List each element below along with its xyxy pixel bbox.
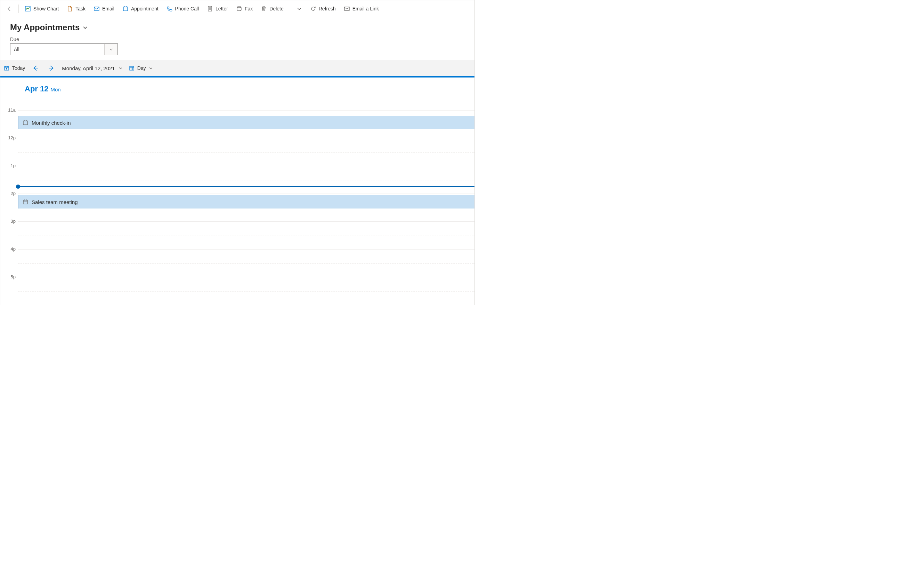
current-date-label: Monday, April 12, 2021 xyxy=(62,65,115,71)
today-icon xyxy=(4,65,9,71)
show-chart-label: Show Chart xyxy=(33,6,59,11)
calendar-event[interactable]: Monthly check-in xyxy=(18,116,474,129)
fax-label: Fax xyxy=(245,6,253,11)
svg-rect-10 xyxy=(23,200,27,204)
phone-call-button[interactable]: Phone Call xyxy=(163,4,203,14)
time-label: 2p xyxy=(0,191,18,219)
email-icon xyxy=(94,6,99,11)
hour-row[interactable] xyxy=(18,277,474,305)
filter-label: Due xyxy=(10,36,465,42)
calendar-icon xyxy=(23,199,28,205)
fax-button[interactable]: Fax xyxy=(233,4,256,14)
svg-rect-8 xyxy=(130,66,134,70)
svg-rect-7 xyxy=(6,68,7,69)
filter-row: Due All xyxy=(0,35,474,60)
email-label: Email xyxy=(102,6,114,11)
email-link-button[interactable]: Email a Link xyxy=(341,4,382,14)
svg-rect-4 xyxy=(237,8,241,10)
back-arrow-icon xyxy=(6,6,12,11)
appointment-button[interactable]: Appointment xyxy=(119,4,162,14)
calendar-date-short: Apr 12 xyxy=(25,84,48,94)
arrow-left-icon xyxy=(33,65,39,71)
letter-icon xyxy=(207,6,213,11)
time-label: 5p xyxy=(0,274,18,302)
appointment-label: Appointment xyxy=(131,6,158,11)
divider xyxy=(19,5,19,13)
calendar-grid[interactable]: Monthly check-inSales team meeting xyxy=(18,110,474,305)
calendar-icon xyxy=(123,6,128,11)
task-icon xyxy=(67,6,73,11)
task-button[interactable]: Task xyxy=(64,4,89,14)
delete-button[interactable]: Delete xyxy=(258,4,287,14)
current-time-indicator xyxy=(16,186,474,187)
command-bar: Show Chart Task Email Appointment Phone … xyxy=(0,0,474,17)
chevron-down-icon xyxy=(119,66,123,70)
time-label: 11a xyxy=(0,107,18,135)
refresh-label: Refresh xyxy=(319,6,336,11)
next-button[interactable] xyxy=(47,64,56,73)
divider xyxy=(290,5,290,13)
email-link-label: Email a Link xyxy=(352,6,379,11)
task-label: Task xyxy=(75,6,86,11)
svg-rect-1 xyxy=(94,7,99,11)
view-mode-label: Day xyxy=(137,65,146,71)
chevron-down-icon xyxy=(149,66,153,70)
page-header[interactable]: My Appointments xyxy=(0,17,474,35)
arrow-right-icon xyxy=(48,65,54,71)
refresh-button[interactable]: Refresh xyxy=(307,4,339,14)
calendar-icon xyxy=(23,120,28,125)
show-chart-button[interactable]: Show Chart xyxy=(22,4,62,14)
hour-row[interactable] xyxy=(18,166,474,194)
delete-label: Delete xyxy=(269,6,283,11)
email-link-icon xyxy=(344,6,350,11)
calendar: Apr 12 Mon 11a12p1p2p3p4p5p Monthly chec… xyxy=(0,76,474,305)
calendar-day-header: Apr 12 Mon xyxy=(0,78,474,110)
hour-row[interactable] xyxy=(18,250,474,277)
calendar-nav-bar: Today Monday, April 12, 2021 Day xyxy=(0,60,474,76)
chevron-down-icon xyxy=(104,44,117,55)
due-filter-select[interactable]: All xyxy=(10,44,118,55)
svg-rect-3 xyxy=(208,6,212,11)
date-picker[interactable]: Monday, April 12, 2021 xyxy=(62,65,122,71)
event-title: Monthly check-in xyxy=(31,120,71,126)
chart-icon xyxy=(25,6,31,11)
svg-rect-5 xyxy=(345,7,349,11)
phone-call-label: Phone Call xyxy=(175,6,199,11)
time-label: 1p xyxy=(0,163,18,191)
fax-icon xyxy=(236,6,242,11)
time-label: 3p xyxy=(0,219,18,246)
time-label: 12p xyxy=(0,135,18,163)
svg-rect-9 xyxy=(23,121,27,125)
hour-row[interactable] xyxy=(18,222,474,250)
today-button[interactable]: Today xyxy=(4,65,25,71)
calendar-view-icon xyxy=(129,65,135,71)
event-title: Sales team meeting xyxy=(31,199,78,205)
page-title: My Appointments xyxy=(10,23,80,32)
view-mode-picker[interactable]: Day xyxy=(129,65,153,71)
email-button[interactable]: Email xyxy=(90,4,118,14)
previous-button[interactable] xyxy=(31,64,40,73)
trash-icon xyxy=(261,6,266,11)
letter-button[interactable]: Letter xyxy=(204,4,232,14)
calendar-event[interactable]: Sales team meeting xyxy=(18,195,474,208)
phone-icon xyxy=(167,6,172,11)
svg-rect-2 xyxy=(124,7,128,11)
calendar-day-short: Mon xyxy=(50,86,61,92)
back-button[interactable] xyxy=(3,4,16,14)
hour-row[interactable] xyxy=(18,138,474,166)
time-label: 4p xyxy=(0,246,18,274)
refresh-icon xyxy=(310,6,316,11)
overflow-button[interactable] xyxy=(293,4,305,14)
today-label: Today xyxy=(12,65,25,71)
calendar-body: 11a12p1p2p3p4p5p Monthly check-inSales t… xyxy=(0,110,474,305)
letter-label: Letter xyxy=(216,6,228,11)
due-filter-value: All xyxy=(14,47,19,52)
chevron-down-icon xyxy=(82,25,88,30)
chevron-down-icon xyxy=(296,6,302,11)
